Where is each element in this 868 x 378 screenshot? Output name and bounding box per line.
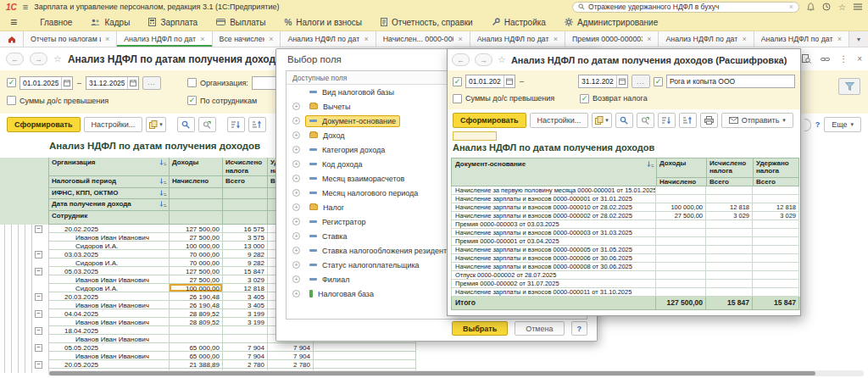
expand-node-icon[interactable]: +: [292, 232, 300, 240]
print-button[interactable]: [700, 113, 718, 128]
period-checkbox[interactable]: ✓: [453, 77, 462, 86]
period-checkbox[interactable]: ✓: [7, 78, 16, 87]
calendar-icon[interactable]: [504, 75, 515, 87]
collapse-group-icon[interactable]: −: [35, 327, 42, 335]
drilldown-row[interactable]: Начисление зарплаты и взносов 0000-00000…: [451, 229, 800, 237]
history-clock-icon[interactable]: [822, 3, 831, 11]
excess-sums-checkbox[interactable]: ✓: [453, 94, 462, 103]
org-checkbox[interactable]: ✓: [187, 78, 197, 87]
window-tab[interactable]: Анализ НДФЛ по датам... ×: [754, 31, 849, 47]
sort-asc-button[interactable]: [679, 113, 697, 128]
expand-node-icon[interactable]: +: [292, 290, 300, 297]
by-employees-checkbox[interactable]: ✓: [187, 96, 197, 105]
close-tab-icon[interactable]: ×: [742, 35, 746, 43]
org-checkbox[interactable]: ✓: [654, 77, 663, 86]
window-tab[interactable]: Анализ НДФЛ по датам... ×: [659, 31, 754, 47]
collapse-group-icon[interactable]: −: [35, 225, 42, 233]
close-tab-icon[interactable]: ×: [200, 35, 204, 43]
drilldown-row[interactable]: Премия 0000-000001 от 03.04.2025: [451, 237, 800, 246]
expand-node-icon[interactable]: +: [292, 131, 300, 139]
kebab-menu-icon[interactable]: ⋮: [839, 54, 848, 64]
collapse-group-icon[interactable]: −: [35, 344, 42, 352]
tax-refund-checkbox[interactable]: ✓: [580, 94, 589, 103]
excess-sums-checkbox[interactable]: ✓: [7, 96, 16, 105]
system-menu-icon[interactable]: ≡: [23, 2, 28, 12]
panel-lines-icon[interactable]: [854, 3, 862, 10]
refresh-search-button[interactable]: [637, 113, 654, 128]
drilldown-row[interactable]: Премия 0000-000003 от 03.03.2025: [451, 220, 800, 229]
close-tab-icon[interactable]: ×: [269, 35, 273, 43]
window-tab[interactable]: Анализ НДФЛ по датам... ×: [117, 31, 212, 47]
expand-node-icon[interactable]: +: [292, 117, 300, 125]
collapse-group-icon[interactable]: −: [35, 310, 42, 318]
close-tab-icon[interactable]: ×: [105, 35, 109, 43]
sort-desc-button[interactable]: [658, 113, 676, 128]
refresh-search-button[interactable]: [198, 117, 216, 132]
sort-desc-button[interactable]: [227, 117, 245, 132]
collapse-group-icon[interactable]: −: [35, 293, 42, 301]
menu-taxes[interactable]: % Налоги и взносы: [275, 14, 371, 31]
calendar-icon[interactable]: [61, 77, 72, 89]
home-tab[interactable]: [0, 31, 24, 47]
collapse-group-icon[interactable]: −: [35, 361, 42, 369]
close-tab-icon[interactable]: ×: [554, 35, 558, 43]
drilldown-row[interactable]: Начисление зарплаты и взносов 0000-00000…: [451, 246, 800, 254]
window-tab[interactable]: Начислен... 0000-000004 ×: [376, 31, 470, 47]
settings-button[interactable]: Настройки...: [84, 117, 143, 132]
date-to-field[interactable]: [578, 75, 628, 88]
favorites-star-icon[interactable]: ☆: [838, 3, 846, 12]
expand-node-icon[interactable]: +: [292, 261, 300, 269]
drilldown-row[interactable]: Начисление за первую половину месяца 000…: [451, 186, 800, 195]
expand-node-icon[interactable]: +: [292, 275, 300, 283]
generate-button[interactable]: Сформировать: [7, 117, 81, 132]
send-button[interactable]: Отправить▾: [721, 113, 793, 128]
close-tab-icon[interactable]: ×: [647, 35, 651, 43]
help-button[interactable]: ?: [815, 120, 821, 129]
find-button[interactable]: [615, 113, 633, 128]
window-tab[interactable]: Отчеты по налогам и в... ×: [24, 31, 117, 47]
drilldown-row[interactable]: Премия 0000-000002 от 31.07.2025: [451, 280, 800, 288]
close-tab-icon[interactable]: ×: [364, 35, 368, 43]
global-search[interactable]: ×: [572, 2, 799, 13]
favorite-star-icon[interactable]: ☆: [53, 53, 62, 64]
expand-node-icon[interactable]: +: [292, 160, 300, 168]
calendar-icon[interactable]: [616, 75, 627, 87]
filter-funnel-button[interactable]: [838, 78, 860, 95]
report-row[interactable]: − 05.05.2025 65 000,00 7 904 7 904: [0, 343, 417, 352]
tab-overflow-icon[interactable]: ▾: [849, 31, 868, 47]
favorite-star-icon[interactable]: ☆: [498, 54, 506, 65]
menu-main[interactable]: Главное: [31, 14, 81, 31]
window-tab[interactable]: Все начисления ×: [213, 31, 281, 47]
window-tab[interactable]: Анализ НДФЛ по датам... ×: [281, 31, 376, 47]
link-icon[interactable]: [821, 55, 830, 64]
drilldown-row[interactable]: Начисление зарплаты и взносов 0000-00001…: [451, 203, 800, 212]
sort-asc-button[interactable]: [248, 117, 266, 132]
report-variants-button[interactable]: ▾: [592, 113, 612, 128]
clear-search-icon[interactable]: ×: [789, 3, 793, 11]
menu-salary[interactable]: Зарплата: [139, 14, 207, 31]
drilldown-row[interactable]: Отпуск 0000-000002 от 28.07.2025: [451, 271, 800, 280]
dialog-help-button[interactable]: ?: [571, 321, 588, 336]
menu-administration[interactable]: Администрирование: [555, 14, 667, 31]
expand-node-icon[interactable]: +: [292, 103, 300, 110]
drilldown-row[interactable]: Начисление зарплаты и взносов 0000-00000…: [451, 212, 800, 220]
menu-payments[interactable]: Выплаты: [207, 14, 275, 31]
forward-button[interactable]: →: [475, 53, 492, 66]
collapse-group-icon[interactable]: −: [35, 251, 42, 258]
close-tab-icon[interactable]: ×: [458, 35, 462, 43]
find-button[interactable]: [177, 117, 195, 132]
date-from-field[interactable]: [465, 75, 515, 88]
expand-node-icon[interactable]: +: [292, 247, 300, 254]
horizontal-scrollbar[interactable]: [48, 370, 864, 376]
window-tab[interactable]: Премия 0000-000003 о... ×: [565, 31, 659, 47]
expand-node-icon[interactable]: +: [292, 175, 300, 182]
menu-reports[interactable]: Отчетность, справки: [371, 14, 482, 31]
select-button[interactable]: Выбрать: [452, 321, 508, 336]
expand-node-icon[interactable]: +: [292, 146, 300, 153]
menu-settings[interactable]: Настройка: [482, 14, 555, 31]
scrollbar-thumb[interactable]: [49, 371, 815, 375]
more-button[interactable]: Еще▾: [824, 117, 861, 132]
search-input[interactable]: [588, 3, 786, 11]
close-window-icon[interactable]: ×: [857, 54, 862, 64]
date-to-field[interactable]: [86, 76, 139, 90]
